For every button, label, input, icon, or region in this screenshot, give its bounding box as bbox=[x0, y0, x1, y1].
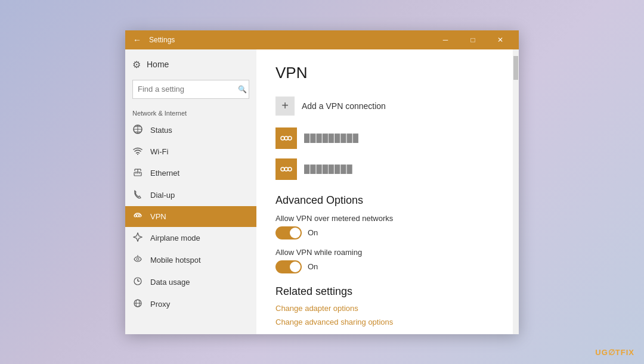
sidebar-item-vpn[interactable]: VPN bbox=[125, 206, 256, 227]
scrollbar[interactable] bbox=[513, 49, 519, 334]
change-adapter-options-link[interactable]: Change adapter options bbox=[275, 304, 494, 313]
dialup-icon bbox=[132, 189, 143, 201]
svg-point-26 bbox=[281, 167, 284, 171]
home-icon: ⚙ bbox=[132, 59, 141, 70]
sidebar-item-label: Wi-Fi bbox=[150, 147, 168, 156]
settings-window: ← Settings ─ □ ✕ ⚙ Home 🔍 Network & Inte… bbox=[125, 30, 519, 334]
sidebar-item-label: VPN bbox=[150, 212, 166, 221]
sidebar-item-home[interactable]: ⚙ Home bbox=[125, 54, 256, 75]
vpn-icon bbox=[132, 211, 143, 222]
sidebar-item-wifi[interactable]: Wi-Fi bbox=[125, 141, 256, 162]
toggle-roaming-state: On bbox=[308, 262, 318, 271]
toggle-roaming-control: On bbox=[275, 260, 494, 273]
svg-point-3 bbox=[137, 154, 138, 155]
sidebar-item-ethernet[interactable]: Ethernet bbox=[125, 162, 256, 184]
add-vpn-button[interactable]: + Add a VPN connection bbox=[275, 94, 494, 118]
proxy-icon bbox=[132, 298, 143, 310]
sidebar-item-label: Status bbox=[150, 126, 172, 135]
svg-point-24 bbox=[284, 136, 288, 140]
back-button[interactable]: ← bbox=[130, 33, 144, 47]
toggle-metered-thumb bbox=[290, 228, 301, 238]
hotspot-icon bbox=[132, 254, 143, 266]
maximize-button[interactable]: □ bbox=[459, 30, 487, 49]
sidebar-item-label: Data usage bbox=[150, 278, 190, 287]
related-settings-title: Related settings bbox=[275, 285, 494, 298]
watermark-suffix: FIX bbox=[621, 348, 634, 357]
svg-point-28 bbox=[288, 167, 292, 171]
vpn-connection-1[interactable]: █████████ bbox=[275, 125, 494, 151]
sidebar-item-dialup[interactable]: Dial-up bbox=[125, 184, 256, 206]
svg-point-15 bbox=[137, 258, 139, 260]
watermark: UG∅TFIX bbox=[595, 348, 634, 357]
window-title: Settings bbox=[149, 36, 432, 44]
vpn-connection-name-1: █████████ bbox=[304, 133, 359, 142]
datausage-icon bbox=[132, 276, 143, 288]
toggle-metered-label: Allow VPN over metered networks bbox=[275, 214, 494, 223]
add-vpn-icon: + bbox=[275, 97, 295, 116]
wifi-icon bbox=[132, 147, 143, 157]
svg-point-25 bbox=[288, 136, 292, 140]
toggle-roaming-thumb bbox=[290, 262, 301, 272]
sidebar-item-proxy[interactable]: Proxy bbox=[125, 293, 256, 315]
svg-point-13 bbox=[137, 214, 139, 217]
main-content: VPN + Add a VPN connection █████████ bbox=[256, 49, 513, 334]
sidebar-item-status[interactable]: Status bbox=[125, 119, 256, 141]
sidebar-item-datausage[interactable]: Data usage bbox=[125, 271, 256, 293]
sidebar-item-label: Dial-up bbox=[150, 191, 175, 200]
change-sharing-options-link[interactable]: Change advanced sharing options bbox=[275, 318, 494, 326]
scrollbar-thumb bbox=[513, 56, 518, 80]
sidebar-item-label: Airplane mode bbox=[150, 234, 200, 242]
toggle-metered: Allow VPN over metered networks On bbox=[275, 214, 494, 239]
ethernet-icon bbox=[132, 167, 143, 179]
window-controls: ─ □ ✕ bbox=[432, 30, 514, 49]
search-box: 🔍 bbox=[132, 80, 249, 99]
svg-point-23 bbox=[281, 136, 284, 140]
watermark-prefix: U bbox=[595, 348, 601, 357]
sidebar: ⚙ Home 🔍 Network & Internet bbox=[125, 49, 256, 334]
svg-point-27 bbox=[284, 167, 288, 171]
toggle-roaming-label: Allow VPN while roaming bbox=[275, 248, 494, 257]
search-icon: 🔍 bbox=[238, 85, 247, 94]
toggle-roaming-switch[interactable] bbox=[275, 260, 302, 273]
sidebar-item-label: Proxy bbox=[150, 300, 170, 309]
vpn-connection-2[interactable]: ████████ bbox=[275, 156, 494, 182]
sidebar-item-label: Ethernet bbox=[150, 169, 179, 178]
sidebar-section-label: Network & Internet bbox=[125, 104, 256, 119]
toggle-metered-control: On bbox=[275, 226, 494, 239]
vpn-connection-name-2: ████████ bbox=[304, 164, 353, 173]
vpn-connection-icon-2 bbox=[275, 158, 297, 180]
toggle-roaming: Allow VPN while roaming On bbox=[275, 248, 494, 273]
sidebar-item-hotspot[interactable]: Mobile hotspot bbox=[125, 249, 256, 271]
toggle-metered-switch[interactable] bbox=[275, 226, 302, 239]
vpn-connection-icon-1 bbox=[275, 127, 297, 149]
titlebar: ← Settings ─ □ ✕ bbox=[125, 30, 519, 49]
home-label: Home bbox=[147, 60, 169, 69]
add-vpn-label: Add a VPN connection bbox=[302, 101, 386, 111]
airplane-icon bbox=[132, 232, 143, 244]
window-content: ⚙ Home 🔍 Network & Internet bbox=[125, 49, 519, 334]
minimize-button[interactable]: ─ bbox=[432, 30, 459, 49]
sidebar-item-label: Mobile hotspot bbox=[150, 256, 201, 265]
page-title: VPN bbox=[275, 64, 494, 82]
watermark-highlight: G∅T bbox=[602, 348, 621, 357]
close-button[interactable]: ✕ bbox=[487, 30, 514, 49]
status-icon bbox=[132, 125, 143, 136]
sidebar-item-airplane[interactable]: Airplane mode bbox=[125, 227, 256, 249]
search-input[interactable] bbox=[138, 85, 238, 94]
advanced-options-title: Advanced Options bbox=[275, 194, 494, 207]
toggle-metered-state: On bbox=[308, 228, 318, 237]
